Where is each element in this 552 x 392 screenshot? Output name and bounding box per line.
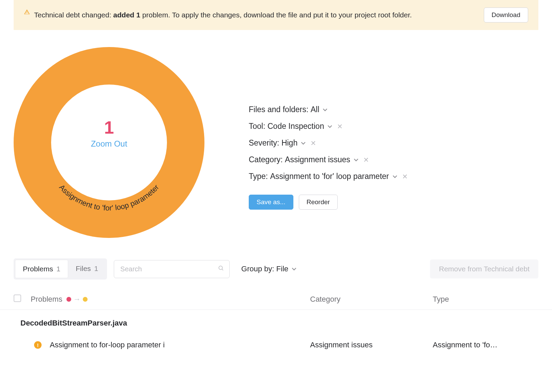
filter-category[interactable]: Category: Assignment issues ✕ xyxy=(249,155,538,164)
chevron-down-icon xyxy=(393,172,397,181)
group-by-label: Group by: xyxy=(241,265,274,273)
filter-label: Tool: xyxy=(249,122,265,131)
tab-label: Problems xyxy=(23,265,53,273)
filter-files-folders[interactable]: Files and folders: All xyxy=(249,105,538,114)
search-icon xyxy=(218,265,224,273)
header-problems[interactable]: Problems → xyxy=(31,295,310,304)
problem-row[interactable]: ! Assignment to for-loop parameter i Ass… xyxy=(0,331,552,356)
problem-name: Assignment to for-loop parameter i xyxy=(50,341,310,349)
search-box xyxy=(114,260,230,278)
filter-value: High xyxy=(281,138,297,148)
remove-filter-icon[interactable]: ✕ xyxy=(402,172,408,181)
remove-filter-icon[interactable]: ✕ xyxy=(310,139,316,147)
chevron-down-icon xyxy=(301,138,306,148)
dot-red-icon xyxy=(66,297,71,302)
group-by-value: File xyxy=(276,265,288,273)
filter-label: Files and folders: xyxy=(249,105,308,114)
file-group-heading[interactable]: DecodedBitStreamParser.java xyxy=(0,310,552,331)
remove-from-debt-button[interactable]: Remove from Technical debt xyxy=(430,259,538,278)
results-toolbar: Problems 1 Files 1 Group by: File Remove… xyxy=(0,252,552,280)
filters-panel: Files and folders: All Tool: Code Inspec… xyxy=(204,47,538,238)
reorder-button[interactable]: Reorder xyxy=(299,195,338,210)
problem-type: Assignment to 'fo… xyxy=(433,341,538,349)
filter-value: Assignment issues xyxy=(285,155,350,164)
tab-problems[interactable]: Problems 1 xyxy=(15,260,68,278)
save-as-button[interactable]: Save as... xyxy=(249,195,293,210)
banner-message: Technical debt changed: added 1 problem.… xyxy=(34,9,477,21)
banner-prefix: Technical debt changed: xyxy=(34,11,113,19)
chevron-down-icon xyxy=(323,105,327,114)
select-all-cell xyxy=(14,295,31,304)
sunburst-chart[interactable]: Assignment to 'for' loop parameter 1 Zoo… xyxy=(14,47,204,238)
search-input[interactable] xyxy=(114,260,230,278)
filter-severity[interactable]: Severity: High ✕ xyxy=(249,138,538,148)
chart-total: 1 xyxy=(91,117,127,138)
chevron-down-icon xyxy=(327,122,332,131)
select-all-checkbox[interactable] xyxy=(14,295,21,302)
dot-yellow-icon xyxy=(83,297,88,302)
banner-suffix: problem. To apply the changes, download … xyxy=(140,11,412,19)
header-problems-label: Problems xyxy=(31,295,62,304)
filter-value: Code Inspection xyxy=(267,122,324,131)
filter-label: Category: xyxy=(249,155,283,164)
download-button[interactable]: Download xyxy=(484,7,528,22)
severity-transition-icon: → xyxy=(66,295,88,304)
header-type[interactable]: Type xyxy=(433,295,538,304)
table-header: Problems → Category Type xyxy=(0,280,552,310)
chevron-down-icon xyxy=(292,265,296,273)
filter-label: Type: xyxy=(249,172,268,181)
filter-type[interactable]: Type: Assignment to 'for' loop parameter… xyxy=(249,172,538,181)
filter-label: Severity: xyxy=(249,138,279,148)
tab-count: 1 xyxy=(57,265,61,273)
svg-point-2 xyxy=(219,266,223,270)
tabs-segment: Problems 1 Files 1 xyxy=(14,258,107,280)
chevron-down-icon xyxy=(354,155,358,164)
filter-value: Assignment to 'for' loop parameter xyxy=(270,172,389,181)
problem-category: Assignment issues xyxy=(310,341,433,349)
main-area: Assignment to 'for' loop parameter 1 Zoo… xyxy=(0,30,552,252)
remove-filter-icon[interactable]: ✕ xyxy=(363,156,369,164)
group-by-selector[interactable]: Group by: File xyxy=(236,265,296,273)
remove-filter-icon[interactable]: ✕ xyxy=(337,122,343,131)
warning-icon xyxy=(24,9,30,17)
tab-count: 1 xyxy=(94,265,98,272)
severity-warning-icon: ! xyxy=(34,341,42,349)
header-category[interactable]: Category xyxy=(310,295,433,304)
filter-value: All xyxy=(311,105,320,114)
chart-center: 1 Zoom Out xyxy=(91,117,127,149)
tab-label: Files xyxy=(76,265,91,272)
zoom-out-link[interactable]: Zoom Out xyxy=(91,139,127,149)
filter-tool[interactable]: Tool: Code Inspection ✕ xyxy=(249,122,538,131)
banner-bold: added 1 xyxy=(113,11,140,19)
tab-files[interactable]: Files 1 xyxy=(68,260,106,278)
technical-debt-banner: Technical debt changed: added 1 problem.… xyxy=(14,0,538,30)
arrow-right-icon: → xyxy=(73,295,81,304)
